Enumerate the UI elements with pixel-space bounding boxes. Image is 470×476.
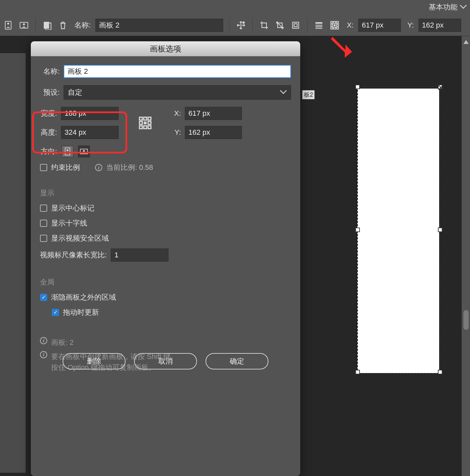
show-safe-label: 显示视频安全区域: [51, 233, 109, 243]
selection-handle[interactable]: [438, 228, 442, 232]
workspace-label: 基本功能: [429, 2, 458, 12]
show-center-checkbox[interactable]: [40, 205, 47, 212]
dialog-y-input[interactable]: [185, 126, 242, 139]
y-value-field[interactable]: 162 px: [419, 19, 461, 32]
svg-point-1: [7, 23, 9, 25]
svg-rect-14: [334, 21, 336, 23]
height-label: 高度:: [40, 128, 57, 137]
selection-handle[interactable]: [355, 228, 360, 232]
cancel-button[interactable]: 取消: [134, 353, 197, 369]
selection-handle[interactable]: [438, 370, 442, 374]
move-copy-icon[interactable]: [235, 20, 246, 31]
show-center-label: 显示中心标记: [51, 203, 94, 213]
info-icon: i: [40, 337, 47, 344]
orientation-landscape-icon[interactable]: [18, 20, 29, 31]
svg-rect-19: [331, 27, 333, 29]
svg-rect-15: [337, 21, 339, 23]
svg-rect-33: [144, 126, 147, 129]
width-label: 宽度:: [40, 109, 57, 118]
svg-rect-21: [337, 27, 339, 29]
svg-rect-13: [331, 21, 333, 23]
svg-rect-34: [148, 126, 151, 129]
preset-select[interactable]: 自定: [64, 85, 291, 100]
workspace-dropdown[interactable]: 基本功能: [429, 2, 467, 12]
svg-point-36: [67, 149, 69, 151]
reference-point-grid[interactable]: [138, 116, 152, 130]
ok-button[interactable]: 确定: [206, 353, 268, 369]
dialog-x-input[interactable]: [185, 107, 242, 120]
global-section-head: 全局: [40, 277, 291, 287]
preset-value: 自定: [68, 88, 82, 97]
constrain-proportions-checkbox[interactable]: [40, 164, 47, 171]
svg-rect-0: [5, 21, 11, 29]
artboard-options-icon[interactable]: [313, 20, 324, 31]
selection-handle[interactable]: [355, 85, 360, 89]
artboard-name-input[interactable]: [95, 19, 223, 32]
svg-rect-29: [140, 122, 143, 125]
y-label: Y:: [407, 21, 414, 30]
svg-rect-17: [334, 24, 336, 26]
orientation-label: 方向:: [40, 147, 57, 156]
divider: [307, 18, 307, 32]
dialog-y-label: Y:: [172, 128, 181, 137]
delete-button[interactable]: 删除: [63, 353, 126, 369]
divider: [229, 18, 229, 32]
width-input[interactable]: [61, 107, 119, 120]
svg-rect-26: [140, 117, 143, 120]
update-while-dragging-label: 拖动时更新: [63, 307, 99, 317]
chevron-down-icon: [281, 89, 287, 95]
divider: [252, 18, 253, 32]
svg-point-3: [23, 23, 25, 25]
dialog-name-input[interactable]: [64, 65, 291, 78]
svg-rect-9: [316, 22, 323, 24]
svg-rect-18: [337, 24, 339, 26]
svg-rect-28: [148, 117, 151, 120]
fade-outside-checkbox[interactable]: [40, 294, 47, 301]
orientation-landscape-button[interactable]: [78, 146, 90, 157]
display-section-head: 显示: [40, 188, 291, 198]
new-artboard-icon[interactable]: [42, 20, 53, 31]
show-cross-label: 显示十字线: [51, 218, 87, 228]
crop1-icon[interactable]: [259, 20, 270, 31]
preset-label: 预设:: [40, 88, 60, 97]
fade-outside-label: 渐隐画板之外的区域: [51, 292, 116, 302]
svg-rect-30: [144, 122, 147, 125]
scroll-thumb[interactable]: [463, 310, 469, 330]
x-label: X:: [347, 21, 354, 30]
info-icon: i: [95, 164, 102, 171]
orientation-portrait-icon[interactable]: [3, 20, 14, 31]
show-cross-checkbox[interactable]: [40, 220, 47, 227]
svg-marker-25: [463, 40, 469, 44]
artboard-preview[interactable]: [357, 89, 439, 373]
reference-point-icon[interactable]: [329, 20, 340, 31]
delete-artboard-icon[interactable]: [57, 20, 69, 31]
top-strip: 基本功能: [0, 0, 470, 14]
crop3-icon[interactable]: [290, 20, 301, 31]
show-safe-checkbox[interactable]: [40, 235, 47, 242]
video-aspect-input[interactable]: [111, 248, 168, 262]
height-input[interactable]: [61, 126, 119, 139]
selection-handle[interactable]: [438, 85, 442, 89]
vertical-scrollbar[interactable]: [461, 36, 470, 476]
constrain-label: 约束比例: [51, 163, 80, 172]
svg-rect-35: [65, 148, 70, 155]
update-while-dragging-checkbox[interactable]: [52, 309, 59, 316]
svg-rect-8: [294, 24, 297, 27]
svg-rect-32: [140, 126, 143, 129]
svg-point-38: [83, 150, 85, 152]
dialog-title: 画板选项: [31, 41, 300, 56]
crop2-icon[interactable]: [274, 20, 285, 31]
scroll-up-icon[interactable]: [463, 40, 469, 44]
chevron-down-icon: [461, 4, 467, 10]
artboard-tag[interactable]: 板2: [302, 90, 315, 99]
selection-handle[interactable]: [355, 370, 360, 374]
divider: [35, 18, 36, 32]
dialog-x-label: X:: [172, 109, 181, 118]
orientation-portrait-button[interactable]: [62, 146, 73, 157]
artboard-count-info: 画板: 2: [51, 337, 73, 348]
x-value-field[interactable]: 617 px: [358, 19, 401, 32]
video-aspect-label: 视频标尺像素长宽比:: [40, 250, 107, 260]
svg-rect-27: [144, 117, 147, 120]
canvas-left-strip: [0, 53, 26, 473]
current-ratio-label: 当前比例: 0.58: [106, 163, 153, 172]
